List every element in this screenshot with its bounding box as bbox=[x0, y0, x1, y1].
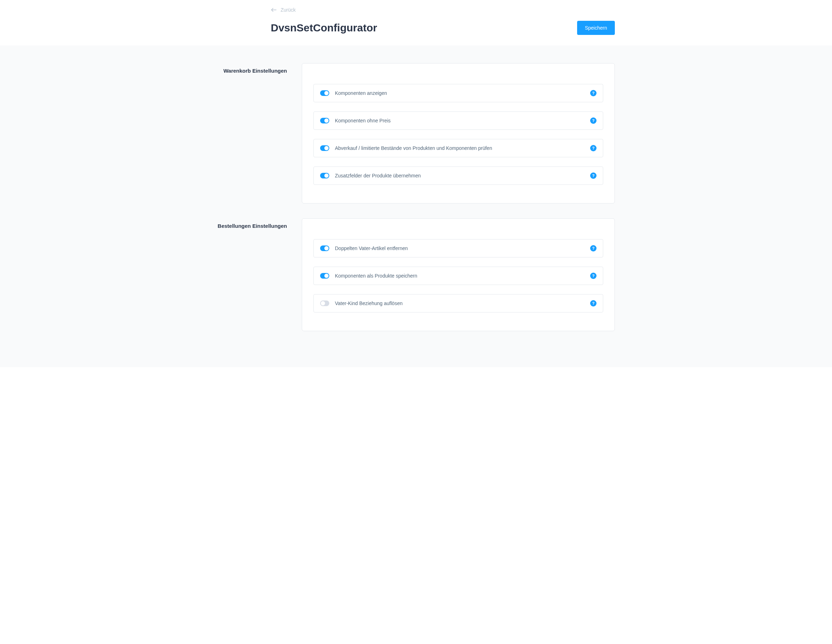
toggle-custom-fields[interactable] bbox=[320, 173, 329, 178]
setting-row: Zusatzfelder der Produkte übernehmen ? bbox=[314, 167, 603, 185]
save-button[interactable]: Speichern bbox=[577, 21, 615, 35]
section-cart-card: Komponenten anzeigen ? Komponenten ohne … bbox=[302, 63, 615, 203]
setting-label: Abverkauf / limitierte Bestände von Prod… bbox=[335, 145, 590, 151]
setting-row: Vater-Kind Beziehung auflösen ? bbox=[314, 294, 603, 312]
help-icon[interactable]: ? bbox=[590, 272, 597, 279]
setting-label: Zusatzfelder der Produkte übernehmen bbox=[335, 173, 590, 178]
toggle-components-no-price[interactable] bbox=[320, 118, 329, 123]
back-link[interactable]: Zurück bbox=[271, 7, 296, 13]
help-icon[interactable]: ? bbox=[590, 145, 597, 151]
setting-row: Doppelten Vater-Artikel entfernen ? bbox=[314, 239, 603, 258]
arrow-left-icon bbox=[271, 8, 277, 12]
setting-label: Doppelten Vater-Artikel entfernen bbox=[335, 245, 590, 251]
setting-row: Komponenten anzeigen ? bbox=[314, 84, 603, 102]
toggle-show-components[interactable] bbox=[320, 90, 329, 96]
toggle-save-components-as-products[interactable] bbox=[320, 273, 329, 279]
help-icon[interactable]: ? bbox=[590, 117, 597, 124]
section-cart-label: Warenkorb Einstellungen bbox=[217, 63, 302, 75]
section-orders-card: Doppelten Vater-Artikel entfernen ? Komp… bbox=[302, 218, 615, 331]
section-orders: Bestellungen Einstellungen Doppelten Vat… bbox=[217, 218, 615, 331]
help-icon[interactable]: ? bbox=[590, 300, 597, 306]
setting-row: Abverkauf / limitierte Bestände von Prod… bbox=[314, 139, 603, 157]
setting-label: Komponenten als Produkte speichern bbox=[335, 273, 590, 279]
toggle-remove-duplicate-parent[interactable] bbox=[320, 245, 329, 251]
setting-label: Vater-Kind Beziehung auflösen bbox=[335, 301, 590, 306]
setting-label: Komponenten ohne Preis bbox=[335, 118, 590, 123]
setting-row: Komponenten als Produkte speichern ? bbox=[314, 267, 603, 285]
help-icon[interactable]: ? bbox=[590, 173, 597, 179]
content: Warenkorb Einstellungen Komponenten anze… bbox=[0, 45, 832, 367]
section-cart: Warenkorb Einstellungen Komponenten anze… bbox=[217, 63, 615, 203]
toggle-resolve-parent-child[interactable] bbox=[320, 301, 329, 306]
setting-label: Komponenten anzeigen bbox=[335, 90, 590, 96]
help-icon[interactable]: ? bbox=[590, 90, 597, 96]
back-label: Zurück bbox=[281, 7, 296, 13]
setting-row: Komponenten ohne Preis ? bbox=[314, 111, 603, 130]
help-icon[interactable]: ? bbox=[590, 245, 597, 252]
toggle-check-stock[interactable] bbox=[320, 145, 329, 151]
header: Zurück DvsnSetConfigurator Speichern bbox=[0, 0, 832, 45]
section-orders-label: Bestellungen Einstellungen bbox=[217, 218, 302, 230]
page-title: DvsnSetConfigurator bbox=[271, 22, 377, 34]
